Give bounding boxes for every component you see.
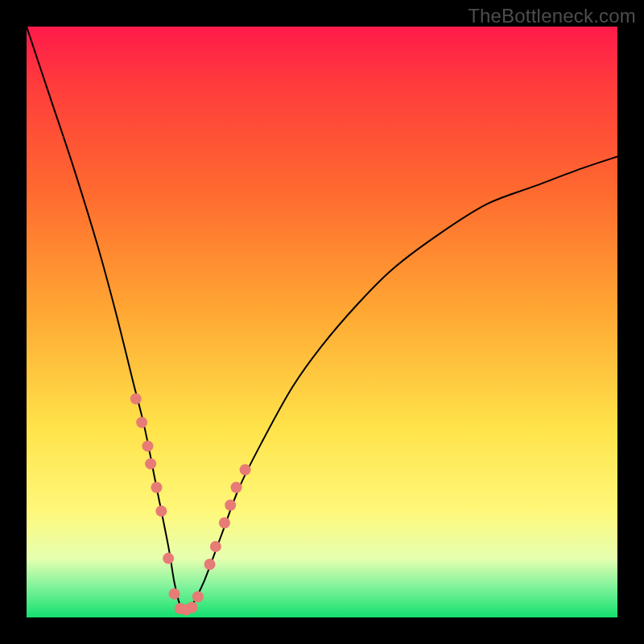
watermark-text: TheBottleneck.com bbox=[468, 5, 636, 27]
plot-area bbox=[27, 27, 617, 617]
chart-canvas bbox=[27, 27, 617, 617]
chart-stage: TheBottleneck.com bbox=[0, 0, 644, 644]
